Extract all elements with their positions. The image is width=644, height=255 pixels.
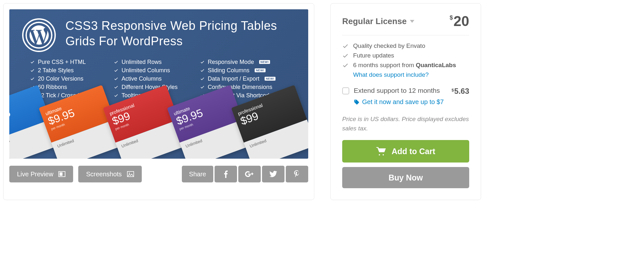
feature-item: Pure CSS + HTML: [30, 58, 91, 66]
preview-icon: [58, 171, 65, 177]
facebook-icon: [224, 170, 228, 178]
benefit-quality: Quality checked by Envato: [342, 41, 469, 51]
check-icon: [342, 52, 349, 59]
feature-item: Unlimited Rows: [114, 58, 178, 66]
check-icon: [114, 93, 118, 98]
extend-promo-link[interactable]: Get it now and save up to $7: [354, 97, 469, 111]
check-icon: [342, 43, 349, 49]
twitter-icon: [269, 171, 277, 177]
chevron-down-icon: [410, 20, 414, 23]
pinterest-share-button[interactable]: [286, 166, 308, 182]
check-icon: [114, 68, 118, 73]
check-icon: [200, 76, 205, 81]
check-icon: [200, 85, 205, 89]
twitter-share-button[interactable]: [262, 166, 284, 182]
pricing-cards-preview: ultimate $9.95 per month Unlimited ultim…: [9, 104, 308, 159]
feature-item: 2 Table Styles: [30, 66, 91, 75]
feature-item: 20 Color Versions: [30, 75, 91, 83]
benefits-list: Quality checked by Envato Future updates…: [342, 35, 469, 84]
action-bar: Live Preview Screenshots Share: [9, 166, 308, 182]
hero-image: CSS3 Responsive Web Pricing Tables Grids…: [9, 9, 308, 159]
extend-support-label: Extend support to 12 months: [354, 87, 447, 94]
feature-item: Responsive ModeNEW!: [200, 58, 275, 66]
benefit-support: 6 months support from QuanticaLabs: [342, 60, 469, 70]
feature-item: Active Columns: [114, 75, 178, 83]
price-display: $20: [450, 13, 469, 29]
share-button[interactable]: Share: [182, 166, 213, 182]
wordpress-logo-icon: [22, 18, 56, 52]
screenshots-button[interactable]: Screenshots: [78, 166, 141, 182]
feature-item: Sliding ColumnsNEW!: [200, 66, 275, 75]
share-group: Share: [182, 166, 308, 182]
check-icon: [114, 76, 118, 81]
check-icon: [30, 76, 35, 81]
facebook-share-button[interactable]: [215, 166, 237, 182]
live-preview-button[interactable]: Live Preview: [9, 166, 73, 182]
feature-item: Configurable Dimensions: [200, 83, 275, 91]
extend-support-row: Extend support to 12 months $5.63: [342, 84, 469, 97]
extend-support-checkbox[interactable]: [342, 87, 349, 94]
benefit-updates: Future updates: [342, 51, 469, 60]
svg-rect-3: [60, 172, 63, 176]
check-icon: [114, 60, 118, 64]
add-to-cart-button[interactable]: Add to Cart: [342, 140, 469, 163]
new-badge: NEW!: [265, 77, 275, 81]
buy-now-button[interactable]: Buy Now: [342, 167, 469, 188]
feature-item: Data Import / ExportNEW!: [200, 75, 275, 83]
tag-icon: [354, 99, 360, 105]
cart-icon: [376, 147, 386, 155]
license-selector[interactable]: Regular License: [342, 16, 414, 26]
support-include-link[interactable]: What does support include?: [353, 70, 469, 83]
purchase-sidebar: Regular License $20 Quality checked by E…: [330, 3, 481, 200]
hero-title: CSS3 Responsive Web Pricing Tables Grids…: [65, 18, 277, 49]
svg-point-5: [129, 173, 130, 174]
new-badge: NEW!: [259, 60, 270, 64]
check-icon: [30, 68, 35, 73]
extend-price: $5.63: [452, 87, 469, 96]
check-icon: [30, 60, 35, 64]
price-disclaimer: Price is in US dollars. Price displayed …: [342, 111, 469, 140]
new-badge: NEW!: [255, 68, 266, 72]
check-icon: [200, 68, 205, 73]
feature-item: Unlimited Columns: [114, 66, 178, 75]
check-icon: [342, 62, 349, 68]
preview-panel: CSS3 Responsive Web Pricing Tables Grids…: [3, 3, 314, 200]
image-icon: [127, 171, 134, 177]
googleplus-icon: [245, 171, 254, 177]
googleplus-share-button[interactable]: [238, 166, 261, 182]
check-icon: [114, 85, 118, 89]
pinterest-icon: [294, 170, 300, 178]
check-icon: [200, 60, 205, 64]
